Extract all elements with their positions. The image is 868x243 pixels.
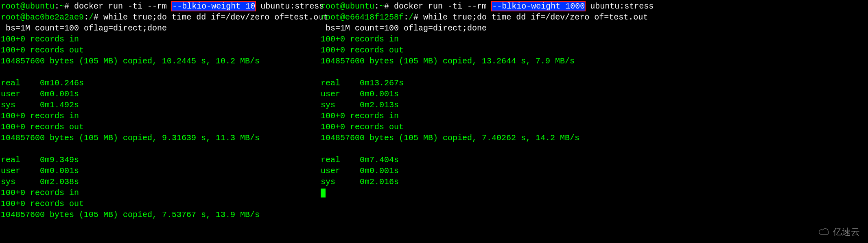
output-records-out: 100+0 records out — [1, 122, 84, 132]
output-records-out: 100+0 records out — [321, 122, 404, 132]
cloud-icon — [818, 228, 831, 236]
output-records-out: 100+0 records out — [321, 46, 404, 55]
highlight-blkio-weight: --blkio-weight 1000 — [492, 2, 585, 11]
time-user: user 0m0.001s — [321, 166, 399, 176]
time-user: user 0m0.001s — [1, 89, 79, 99]
terminal-pane-left[interactable]: root@ubuntu:~# docker run -ti --rm --blk… — [0, 0, 319, 243]
time-user: user 0m0.001s — [1, 166, 79, 176]
time-sys: sys 0m2.038s — [1, 177, 79, 187]
terminal-pane-right[interactable]: root@ubuntu:~# docker run -ti --rm --blk… — [319, 0, 868, 243]
prompt-sep: : — [374, 2, 379, 11]
output-records-out: 100+0 records out — [1, 199, 84, 208]
watermark: 亿速云 — [818, 226, 860, 238]
output-records-in: 100+0 records in — [1, 111, 79, 121]
highlight-blkio-weight: --blkio-weight 10 — [172, 2, 256, 11]
output-copied: 104857600 bytes (105 MB) copied, 7.53767… — [1, 210, 260, 219]
prompt-hash: # — [94, 13, 103, 22]
prompt-user: root@bac0be2a2ae9 — [1, 13, 84, 22]
cmd-docker-run: docker run -ti --rm — [74, 2, 172, 11]
time-real: real 0m13.267s — [321, 78, 404, 88]
cmd-image: ubuntu:stress — [585, 2, 654, 11]
time-sys: sys 0m1.492s — [1, 100, 79, 110]
time-real: real 0m10.246s — [1, 78, 84, 88]
cmd-while-loop-cont: bs=1M count=100 oflag=direct;done — [321, 24, 487, 33]
prompt-user: root@e66418f1258f — [321, 13, 404, 22]
output-copied: 104857600 bytes (105 MB) copied, 7.40262… — [321, 133, 579, 143]
prompt-path: ~ — [59, 2, 64, 11]
cursor-icon — [321, 189, 326, 197]
output-records-in: 100+0 records in — [1, 188, 79, 197]
prompt-hash: # — [413, 13, 423, 22]
time-real: real 0m7.404s — [321, 155, 399, 165]
cmd-image: ubuntu:stress — [256, 2, 324, 11]
cmd-docker-run: docker run -ti --rm — [394, 2, 492, 11]
time-user: user 0m0.001s — [321, 89, 399, 99]
cmd-while-loop: while true;do time dd if=/dev/zero of=te… — [103, 13, 328, 22]
output-records-out: 100+0 records out — [1, 46, 84, 55]
output-records-in: 100+0 records in — [321, 35, 399, 44]
prompt-path: / — [409, 13, 413, 22]
prompt-sep: : — [84, 13, 89, 22]
prompt-user: root@ubuntu — [1, 2, 55, 11]
watermark-text: 亿速云 — [833, 226, 860, 238]
time-real: real 0m9.349s — [1, 155, 79, 165]
prompt-user: root@ubuntu — [321, 2, 374, 11]
output-records-in: 100+0 records in — [1, 35, 79, 44]
cmd-while-loop: while true;do time dd if=/dev/zero of=te… — [423, 13, 648, 22]
output-copied: 104857600 bytes (105 MB) copied, 9.31639… — [1, 133, 260, 143]
prompt-path: ~ — [379, 2, 384, 11]
cmd-while-loop-cont: bs=1M count=100 oflag=direct;done — [1, 24, 167, 33]
prompt-hash: # — [384, 2, 394, 11]
prompt-sep: : — [404, 13, 409, 22]
time-sys: sys 0m2.016s — [321, 177, 399, 187]
prompt-path: / — [89, 13, 94, 22]
output-copied: 104857600 bytes (105 MB) copied, 10.2445… — [1, 56, 260, 66]
output-records-in: 100+0 records in — [321, 111, 399, 121]
time-sys: sys 0m2.013s — [321, 100, 399, 110]
prompt-sep: : — [55, 2, 59, 11]
output-copied: 104857600 bytes (105 MB) copied, 13.2644… — [321, 56, 575, 66]
prompt-hash: # — [64, 2, 74, 11]
